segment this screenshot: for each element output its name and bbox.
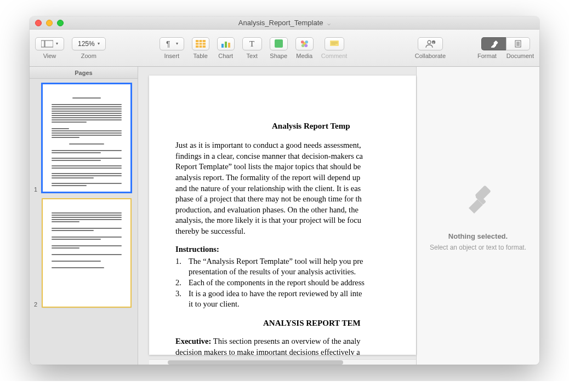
text-icon: T: [248, 40, 256, 48]
thumbnails: 1: [30, 79, 138, 365]
inspector-subtext: Select an object or text to format.: [430, 244, 526, 251]
chevron-down-icon: ▾: [98, 41, 100, 46]
document-name: Analysis_Report_Template: [238, 19, 323, 27]
media-icon: [300, 39, 309, 48]
page-thumbnail-1[interactable]: 1: [35, 84, 132, 192]
page-number: 1: [34, 186, 37, 193]
format-label: Format: [477, 53, 497, 59]
svg-text:¶: ¶: [166, 40, 170, 48]
text-group: T Text: [242, 37, 262, 59]
pages-sidebar: Pages 1: [30, 67, 138, 365]
format-brush-icon: [490, 40, 498, 48]
doc-title: Analysis Report Temp: [175, 120, 416, 131]
insert-button[interactable]: ¶ ▾: [160, 37, 184, 50]
svg-rect-8: [221, 44, 224, 48]
comment-button[interactable]: [325, 37, 344, 50]
comment-label: Comment: [321, 53, 348, 59]
document-canvas[interactable]: Analysis Report Temp Just as it is impor…: [138, 67, 416, 365]
collaborate-button[interactable]: +: [418, 37, 443, 50]
page-thumbnail-2[interactable]: 2: [35, 199, 132, 307]
zoom-button[interactable]: 125% ▾: [72, 37, 106, 50]
toolbar: ▾ View 125% ▾ Zoom ¶ ▾ Insert: [30, 30, 539, 67]
svg-point-14: [305, 41, 308, 44]
app-window: Analysis_Report_Template ⌵ ▾ View 125% ▾…: [30, 16, 539, 365]
shape-button[interactable]: [270, 37, 288, 50]
format-group: Format Document: [477, 37, 534, 59]
chart-button[interactable]: [217, 37, 235, 50]
zoom-value: 125%: [78, 40, 95, 48]
chart-group: Chart: [217, 37, 235, 59]
table-icon: [196, 40, 206, 48]
svg-text:T: T: [249, 40, 254, 48]
document-page[interactable]: Analysis Report Temp Just as it is impor…: [149, 76, 416, 355]
intro-paragraph: Just as it is important to conduct a goo…: [175, 140, 416, 237]
collaborate-group: + Collaborate: [415, 37, 446, 59]
titlebar: Analysis_Report_Template ⌵: [30, 16, 539, 30]
sidebar-title: Pages: [30, 67, 138, 79]
executive-paragraph: Executive: This section presents an over…: [175, 336, 416, 355]
scrollbar-thumb[interactable]: [168, 360, 343, 365]
table-group: Table: [192, 37, 209, 59]
media-group: Media: [295, 37, 314, 59]
svg-rect-1: [45, 41, 53, 47]
insert-group: ¶ ▾ Insert: [160, 37, 184, 59]
shape-group: Shape: [270, 37, 288, 59]
shape-label: Shape: [270, 53, 287, 59]
content-area: Pages 1: [30, 67, 539, 365]
svg-rect-10: [228, 43, 230, 48]
horizontal-scrollbar[interactable]: [149, 359, 416, 365]
instructions-heading: Instructions:: [175, 245, 219, 253]
format-button[interactable]: [481, 37, 506, 50]
chevron-down-icon: ▾: [176, 41, 178, 46]
shape-icon: [275, 39, 283, 48]
chevron-down-icon: ⌵: [327, 20, 331, 26]
page-number: 2: [34, 301, 37, 308]
text-label: Text: [247, 53, 258, 59]
document-button[interactable]: [506, 37, 530, 50]
view-label: View: [43, 53, 56, 59]
zoom-label: Zoom: [81, 53, 96, 59]
format-brush-icon: [459, 181, 497, 219]
collaborate-label: Collaborate: [415, 53, 446, 59]
document-label: Document: [507, 53, 534, 59]
svg-rect-0: [41, 41, 44, 47]
chevron-down-icon: ▾: [56, 41, 58, 46]
zoom-group: 125% ▾ Zoom: [72, 37, 106, 59]
collaborate-icon: +: [425, 39, 436, 48]
svg-text:+: +: [433, 41, 435, 44]
svg-point-13: [301, 41, 304, 44]
media-label: Media: [296, 53, 312, 59]
svg-point-15: [301, 44, 305, 47]
section-title: ANALYSIS REPORT TEM: [175, 318, 416, 328]
table-button[interactable]: [192, 37, 209, 50]
svg-point-21: [428, 41, 431, 44]
format-inspector: Nothing selected. Select an object or te…: [416, 67, 539, 365]
view-group: ▾ View: [35, 37, 64, 59]
svg-rect-25: [515, 41, 521, 47]
svg-point-16: [304, 44, 308, 47]
comment-icon: [329, 40, 339, 48]
view-icon: [41, 40, 53, 48]
comment-group: Comment: [321, 37, 348, 59]
text-button[interactable]: T: [242, 37, 262, 50]
window-title[interactable]: Analysis_Report_Template ⌵: [30, 19, 539, 27]
inspector-headline: Nothing selected.: [448, 232, 508, 240]
chart-label: Chart: [218, 53, 233, 59]
instructions-list: 1.The “Analysis Report Template” tool wi…: [175, 256, 416, 310]
table-label: Table: [194, 53, 208, 59]
media-button[interactable]: [295, 37, 314, 50]
pilcrow-icon: ¶: [166, 40, 173, 48]
insert-label: Insert: [164, 53, 179, 59]
svg-rect-3: [196, 40, 206, 48]
chart-icon: [221, 40, 231, 48]
view-button[interactable]: ▾: [35, 37, 64, 50]
document-icon: [514, 40, 522, 48]
svg-rect-9: [225, 42, 227, 48]
